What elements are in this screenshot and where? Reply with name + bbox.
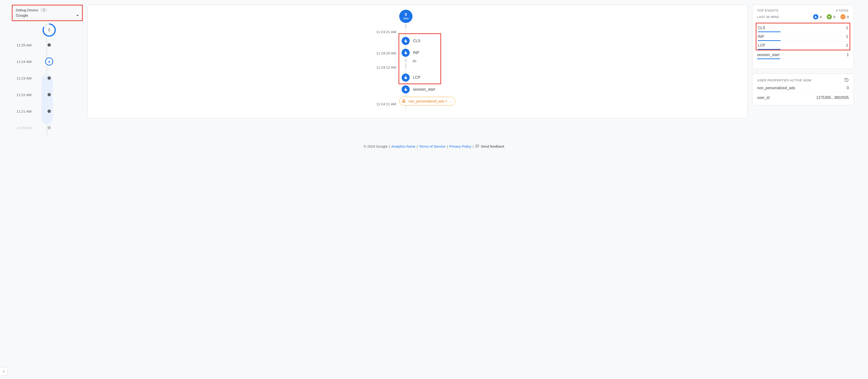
user-property-pill[interactable]: non_personalized_ads = … — [399, 97, 455, 106]
property-row[interactable]: user_id 1275305...3802935 — [757, 93, 849, 102]
property-value: 0 — [847, 86, 849, 90]
event-list-row[interactable]: CLS 1 — [758, 23, 848, 32]
count-value: 4 — [820, 15, 822, 19]
chevron-down-icon — [76, 15, 79, 16]
stream-knob — [405, 64, 407, 67]
history-icon[interactable] — [844, 78, 849, 83]
page-footer: © 2024 Google | Analytics home | Terms o… — [0, 141, 868, 154]
event-type-counts: 4 0 0 — [813, 14, 849, 20]
card-subtitle: LAST 30 MINS — [757, 15, 779, 19]
property-row[interactable]: non_personalized_ads 0 — [757, 83, 849, 93]
highlighted-events: CLS 1 INP 1 LCP 1 — [756, 23, 850, 50]
event-value: 1 — [846, 26, 848, 30]
minute-row[interactable]: 11:22 AM — [14, 86, 83, 103]
touch-icon — [813, 14, 818, 20]
error-icon — [840, 14, 845, 20]
analytics-home-link[interactable]: Analytics home — [391, 144, 415, 148]
minute-node-selected[interactable]: 4 — [45, 57, 53, 65]
shapes-icon — [401, 98, 406, 104]
svg-rect-3 — [842, 17, 843, 17]
debug-device-count: 1 — [40, 8, 47, 12]
minute-node[interactable] — [48, 77, 51, 80]
event-row[interactable]: CLS — [402, 37, 420, 45]
property-value: 1275305...3802935 — [816, 95, 849, 100]
minute-row[interactable]: 11:20 AM — [14, 119, 83, 136]
new-count: 0 — [405, 12, 407, 17]
debug-device-label: Debug Device — [16, 8, 38, 12]
device-select[interactable]: Google — [16, 12, 79, 19]
event-value: 1 — [846, 34, 848, 39]
event-stream-panel: 0 new 11:24:21 AM CLS INP 11:24:20 AM — [88, 5, 747, 118]
feedback-label: Send feedback — [481, 144, 504, 148]
minute-time: 11:25 AM — [17, 43, 35, 47]
minute-time: 11:23 AM — [17, 76, 35, 80]
svg-rect-1 — [404, 101, 405, 103]
event-name: session_start — [757, 53, 779, 57]
minute-count: 4 — [48, 60, 50, 64]
minute-time: 11:20 AM — [17, 126, 35, 130]
stream-knob — [405, 24, 407, 28]
minute-row-selected[interactable]: 11:24 AM 4 — [14, 53, 83, 70]
stream-knob — [405, 59, 407, 62]
event-row[interactable]: LCP — [402, 74, 420, 82]
event-name: LCP — [758, 43, 765, 48]
event-bar — [757, 58, 780, 59]
count-value: 0 — [847, 15, 849, 19]
feedback-icon — [475, 144, 479, 148]
touch-icon — [402, 37, 410, 45]
minute-time: 11:21 AM — [17, 109, 35, 113]
property-name: non_personalized_ads — [757, 86, 795, 90]
stream-time: 11:24:21 AM — [370, 30, 396, 34]
minute-node[interactable] — [48, 93, 51, 96]
event-name: LCP — [413, 76, 420, 80]
touch-icon — [402, 74, 410, 82]
card-title: TOP EVENTS — [757, 9, 778, 12]
privacy-link[interactable]: Privacy Policy — [449, 144, 471, 148]
time-gap: 8s — [413, 59, 416, 63]
device-selected-value: Google — [16, 13, 28, 18]
top-events-card: TOP EVENTS 4 TOTAL LAST 30 MINS 4 0 0 — [752, 5, 854, 69]
minute-node[interactable] — [48, 43, 51, 47]
event-row[interactable]: session_start — [402, 85, 435, 93]
stream-time: 11:24:20 AM — [370, 51, 396, 55]
stream-time: 11:24:12 AM — [370, 65, 396, 69]
event-row[interactable]: INP — [402, 49, 420, 57]
send-feedback-button[interactable]: Send feedback — [475, 144, 504, 148]
touch-icon — [402, 85, 410, 93]
event-list-row[interactable]: INP 1 — [758, 32, 848, 41]
debug-device-selector: Debug Device 1 Google — [12, 5, 83, 21]
event-name: CLS — [758, 26, 765, 30]
minute-row[interactable]: 11:23 AM — [14, 70, 83, 86]
minute-node[interactable] — [48, 126, 51, 129]
event-list-row[interactable]: LCP 1 — [758, 41, 848, 50]
event-bar — [758, 49, 780, 50]
summary-circle[interactable]: 0 — [42, 23, 56, 37]
card-title: USER PROPERTIES ACTIVE NOW — [757, 79, 811, 82]
minute-timeline: 0 11:25 AM 11:24 AM 4 11:23 AM 11:22 AM — [12, 23, 83, 136]
count-value: 0 — [833, 15, 835, 19]
svg-point-0 — [402, 101, 403, 103]
copyright: © 2024 Google — [364, 144, 388, 148]
minute-node[interactable] — [48, 110, 51, 113]
user-properties-card: USER PROPERTIES ACTIVE NOW non_personali… — [752, 74, 854, 105]
pill-text: non_personalized_ads = … — [408, 99, 452, 103]
property-name: user_id — [757, 95, 769, 100]
summary-circle-value: 0 — [48, 28, 50, 32]
event-list-row[interactable]: session_start 1 — [757, 50, 849, 59]
new-events-bubble[interactable]: 0 new — [399, 10, 412, 23]
terms-link[interactable]: Terms of Service — [419, 144, 445, 148]
minute-time: 11:24 AM — [17, 60, 35, 64]
stream-time: 11:24:11 AM — [370, 102, 396, 106]
event-name: INP — [758, 34, 764, 39]
minute-time: 11:22 AM — [17, 93, 35, 97]
event-name: CLS — [413, 39, 420, 43]
event-name: INP — [413, 51, 420, 55]
event-value: 1 — [847, 53, 849, 57]
card-total: 4 TOTAL — [836, 9, 849, 12]
separator — [838, 14, 838, 19]
touch-icon — [402, 49, 410, 57]
event-value: 1 — [846, 43, 848, 48]
minute-row[interactable]: 11:21 AM — [14, 103, 83, 119]
new-label: new — [403, 17, 409, 20]
minute-row[interactable]: 11:25 AM — [14, 37, 83, 53]
